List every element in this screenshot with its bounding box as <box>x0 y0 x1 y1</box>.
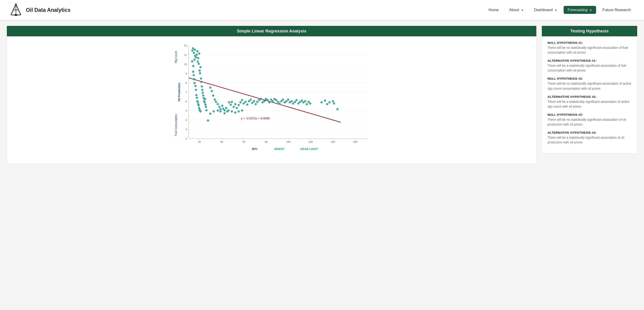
svg-point-86 <box>214 98 216 101</box>
x-tick-60: 60 <box>242 140 245 143</box>
svg-point-103 <box>239 101 242 103</box>
hyp-text-null1: There will be no statistically significa… <box>548 45 632 55</box>
svg-point-104 <box>241 99 243 101</box>
svg-point-44 <box>197 57 200 59</box>
svg-point-68 <box>195 89 197 91</box>
svg-point-43 <box>197 60 199 63</box>
regression-line <box>189 78 341 122</box>
svg-point-53 <box>201 89 204 91</box>
svg-point-81 <box>193 52 195 54</box>
x-tick-160: 160 <box>353 140 357 143</box>
svg-point-124 <box>275 99 277 101</box>
svg-point-151 <box>336 108 338 110</box>
nav-item-dashboard[interactable]: Dashboard ▼ <box>530 8 561 12</box>
hypothesis-item-alt1: ALTERNATIVE HYPOTHESIS #1: There will be… <box>548 59 632 73</box>
x-label-arab-light: ARAB LIGHT <box>300 147 318 151</box>
svg-point-67 <box>194 85 197 87</box>
nav-link-home[interactable]: Home <box>484 6 503 14</box>
nav-menu: Home About ▼ Dashboard ▼ Forecasting ▼ F… <box>484 8 635 12</box>
svg-point-54 <box>202 92 204 94</box>
svg-point-79 <box>191 49 194 52</box>
svg-point-84 <box>211 90 213 92</box>
y-axis-oil-production-label: Oil Production <box>178 83 181 102</box>
x-tick-40: 40 <box>220 140 223 143</box>
svg-point-148 <box>328 101 331 103</box>
x-tick-20: 20 <box>198 140 201 143</box>
nav-link-future-research[interactable]: Future Research <box>598 6 635 14</box>
nav-item-about[interactable]: About ▼ <box>505 8 528 12</box>
svg-point-130 <box>285 100 288 102</box>
hyp-text-null3: There will be no statistically significa… <box>548 117 632 127</box>
scatter-svg: 12 11 10 9 8 7 <box>12 41 534 159</box>
svg-point-112 <box>254 103 257 105</box>
svg-point-117 <box>263 100 266 102</box>
hyp-title-null3: NULL HYPOTHESIS #3: <box>548 113 632 116</box>
forecasting-dropdown-icon: ▼ <box>590 9 592 11</box>
svg-point-69 <box>195 94 198 96</box>
nav-link-dashboard[interactable]: Dashboard ▼ <box>530 6 561 14</box>
hypothesis-item-alt3: ALTERNATIVE HYPOTHESIS #3: There will be… <box>548 131 632 145</box>
y-tick-11: 11 <box>184 53 187 56</box>
hypothesis-title: Testing Hypothesis <box>542 26 637 36</box>
svg-line-0 <box>11 4 16 15</box>
y-tick-9: 9 <box>186 72 187 75</box>
chart-panel: Simple Linear Regression Analysis 12 11 <box>7 26 536 164</box>
svg-point-157 <box>224 112 226 114</box>
hyp-title-null1: NULL HYPOTHESIS #1: <box>548 41 632 44</box>
svg-point-47 <box>198 69 201 72</box>
svg-line-1 <box>16 4 21 15</box>
regression-equation: y = -0.0372x + 8.9099 <box>241 117 270 120</box>
svg-point-88 <box>217 103 219 105</box>
svg-point-149 <box>332 100 334 102</box>
svg-point-145 <box>320 101 323 103</box>
x-tick-120: 120 <box>308 140 313 143</box>
y-tick-12: 12 <box>184 44 187 47</box>
svg-point-48 <box>199 72 201 74</box>
nav-link-forecasting[interactable]: Forecasting ▼ <box>564 6 596 14</box>
scatter-chart: 12 11 10 9 8 7 <box>12 41 534 159</box>
y-tick-6: 6 <box>186 100 187 103</box>
svg-point-147 <box>326 103 328 105</box>
hyp-text-alt2: There will be a statistically significan… <box>548 99 632 109</box>
svg-point-134 <box>292 102 294 105</box>
svg-point-131 <box>287 98 289 101</box>
nav-link-about[interactable]: About ▼ <box>505 6 528 14</box>
hypothesis-item-alt2: ALTERNATIVE HYPOTHESIS #2: There will be… <box>548 95 632 109</box>
svg-point-108 <box>248 100 250 102</box>
y-tick-4: 4 <box>186 119 187 121</box>
hypothesis-item-null1: NULL HYPOTHESIS #1: There will be no sta… <box>548 41 632 55</box>
nav-item-home[interactable]: Home <box>484 8 503 12</box>
svg-rect-5 <box>15 14 17 16</box>
hyp-text-alt1: There will be a statistically significan… <box>548 63 632 73</box>
chart-title: Simple Linear Regression Analysis <box>7 26 536 36</box>
svg-point-36 <box>191 60 193 63</box>
nav-item-future-research[interactable]: Future Research <box>598 8 635 12</box>
svg-point-146 <box>324 99 326 102</box>
chart-container: 12 11 10 9 8 7 <box>7 36 536 164</box>
nav-item-forecasting[interactable]: Forecasting ▼ <box>564 8 596 12</box>
brand-logo-icon <box>9 3 23 17</box>
hypothesis-body: NULL HYPOTHESIS #1: There will be no sta… <box>542 36 637 154</box>
x-label-wti: WTI <box>252 147 257 151</box>
brand: Oil Data Analytics <box>9 3 70 17</box>
svg-point-106 <box>244 101 246 103</box>
svg-point-40 <box>195 56 197 58</box>
brand-name: Oil Data Analytics <box>26 7 70 13</box>
svg-point-126 <box>278 102 281 105</box>
svg-point-122 <box>272 100 274 102</box>
svg-point-138 <box>299 101 301 103</box>
svg-point-160 <box>234 111 236 114</box>
x-tick-140: 140 <box>331 140 335 143</box>
svg-point-58 <box>204 101 206 103</box>
svg-point-59 <box>204 98 206 100</box>
svg-point-158 <box>227 109 230 112</box>
x-tick-80: 80 <box>265 140 268 143</box>
hyp-title-alt1: ALTERNATIVE HYPOTHESIS #1: <box>548 59 632 62</box>
svg-point-93 <box>224 109 226 111</box>
hypothesis-item-null2: NULL HYPOTHESIS #2: There will be no sta… <box>548 77 632 91</box>
svg-point-102 <box>238 104 240 106</box>
y-tick-3: 3 <box>186 128 187 131</box>
hyp-title-null2: NULL HYPOTHESIS #2: <box>548 77 632 80</box>
svg-point-90 <box>219 108 222 110</box>
navbar: Oil Data Analytics Home About ▼ Dashboar… <box>0 0 644 20</box>
